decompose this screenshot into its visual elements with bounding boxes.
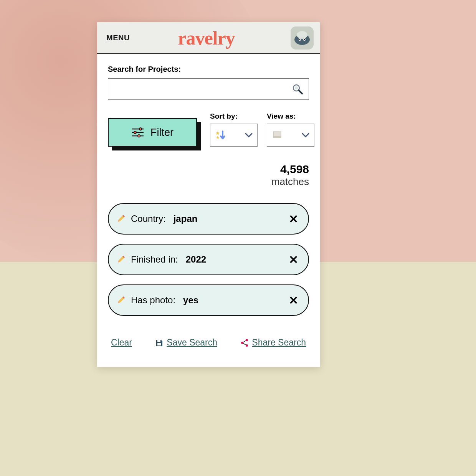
close-icon[interactable]: ✕ [289,294,298,307]
chip-value: yes [183,295,198,306]
save-label: Save Search [167,337,217,348]
search-panel: MENU ravelry Search for Projects: [97,22,320,367]
view-control: View as: [267,112,314,147]
svg-rect-31 [157,343,161,345]
pencil-icon [116,296,126,305]
chip-label: Finished in: [131,254,178,265]
svg-point-5 [299,39,301,40]
avatar[interactable] [291,26,314,50]
search-label: Search for Projects: [108,65,309,74]
filter-chip-photo[interactable]: Has photo: yes ✕ [108,284,309,316]
results-count: 4,598 matches [108,163,309,188]
chip-value: japan [174,213,198,224]
chevron-down-icon [302,132,309,138]
sheep-icon [291,26,314,50]
filter-label: Filter [150,127,174,139]
svg-point-33 [246,339,248,341]
sort-control: Sort by: [210,112,258,147]
menu-button[interactable]: MENU [106,33,130,42]
filter-button-wrap: Filter [108,118,197,147]
sliders-icon [131,127,144,138]
view-label: View as: [267,112,314,121]
svg-point-6 [304,39,305,40]
view-grid-icon [272,130,283,140]
svg-marker-17 [216,136,219,139]
chip-label: Has photo: [131,295,175,306]
svg-point-2 [297,31,307,39]
matches-number: 4,598 [108,163,309,176]
action-row: Clear Save Search Share Search [108,337,309,352]
sort-label: Sort by: [210,112,258,121]
share-icon [240,339,249,347]
search-icon[interactable] [292,83,303,95]
chip-value: 2022 [186,254,206,265]
search-box [108,78,309,100]
filter-chip-country[interactable]: Country: japan ✕ [108,203,309,235]
pencil-icon [116,214,126,223]
matches-word: matches [108,176,309,188]
sort-best-icon [215,129,226,141]
filter-chip-finished[interactable]: Finished in: 2022 ✕ [108,244,309,275]
clear-link[interactable]: Clear [111,337,132,348]
svg-point-13 [139,128,142,130]
pencil-icon [116,255,126,264]
svg-rect-20 [273,136,281,138]
svg-point-15 [138,135,140,137]
share-search-link[interactable]: Share Search [240,337,306,348]
svg-point-8 [295,86,298,89]
svg-marker-16 [216,131,220,135]
svg-rect-30 [157,340,160,342]
active-filters: Country: japan ✕ Finished in: 2022 ✕ [108,203,309,316]
svg-line-9 [299,90,302,94]
view-dropdown[interactable] [267,124,314,147]
save-search-link[interactable]: Save Search [155,337,217,348]
svg-line-36 [243,343,246,345]
chip-label: Country: [131,213,166,224]
svg-point-32 [241,342,243,344]
chevron-down-icon [245,132,253,138]
svg-point-14 [134,131,136,134]
close-icon[interactable]: ✕ [289,253,298,266]
share-label: Share Search [252,337,306,348]
svg-point-34 [246,344,248,347]
search-input[interactable] [114,79,292,99]
logo: ravelry [178,27,235,49]
controls-row: Filter Sort by: Vi [108,112,309,147]
content-area: Search for Projects: [97,54,320,367]
save-icon [155,339,164,347]
filter-button[interactable]: Filter [108,118,197,147]
close-icon[interactable]: ✕ [289,212,298,226]
svg-line-35 [243,340,246,342]
sort-dropdown[interactable] [210,124,258,147]
app-header: MENU ravelry [97,22,320,54]
